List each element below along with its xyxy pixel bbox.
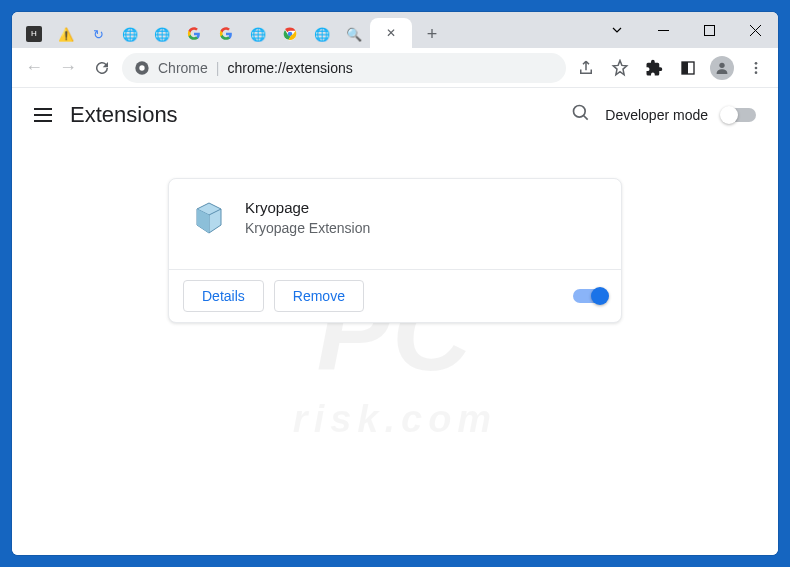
extensions-icon[interactable]	[640, 54, 668, 82]
favicon-globe-icon: 🌐	[154, 26, 170, 42]
titlebar: H ⚠️ ↻ 🌐 🌐 🌐 🌐 🔍 ✕ +	[12, 12, 778, 48]
background-tab[interactable]	[210, 20, 242, 48]
favicon-globe-icon: 🌐	[122, 26, 138, 42]
background-tab[interactable]: 🌐	[114, 20, 146, 48]
favicon-reload-icon: ↻	[90, 26, 106, 42]
background-tab[interactable]: 🌐	[146, 20, 178, 48]
favicon-google-icon	[218, 26, 234, 42]
developer-mode-toggle[interactable]	[722, 108, 756, 122]
svg-point-10	[755, 66, 758, 69]
address-bar[interactable]: Chrome | chrome://extensions	[122, 53, 566, 83]
details-button[interactable]: Details	[183, 280, 264, 312]
extension-description: Kryopage Extension	[245, 220, 370, 236]
favicon-globe-icon: 🌐	[250, 26, 266, 42]
minimize-button[interactable]	[640, 12, 686, 48]
url-divider: |	[216, 60, 220, 76]
background-tab[interactable]: 🌐	[306, 20, 338, 48]
remove-button[interactable]: Remove	[274, 280, 364, 312]
active-tab[interactable]: ✕	[370, 18, 412, 48]
background-tab[interactable]: ↻	[82, 20, 114, 48]
forward-button[interactable]: →	[54, 54, 82, 82]
url-path: chrome://extensions	[227, 60, 352, 76]
svg-point-12	[574, 106, 586, 118]
background-tab[interactable]: 🔍	[338, 20, 370, 48]
svg-rect-2	[658, 30, 669, 31]
svg-point-9	[755, 62, 758, 65]
favicon-warning-icon: ⚠️	[58, 26, 74, 42]
background-tab[interactable]: 🌐	[242, 20, 274, 48]
favicon-globe-icon: 🌐	[314, 26, 330, 42]
back-button[interactable]: ←	[20, 54, 48, 82]
chrome-logo-icon	[134, 60, 150, 76]
menu-button[interactable]	[742, 54, 770, 82]
share-icon[interactable]	[572, 54, 600, 82]
svg-point-8	[719, 62, 724, 67]
page-content: PC risk.com Extensions Developer mode	[12, 88, 778, 555]
svg-rect-7	[682, 62, 688, 74]
favicon-search-icon: 🔍	[346, 26, 362, 42]
browser-toolbar: ← → Chrome | chrome://extensions	[12, 48, 778, 88]
extensions-header: Extensions Developer mode	[12, 88, 778, 142]
svg-point-5	[139, 65, 144, 70]
search-icon[interactable]	[571, 103, 591, 127]
svg-rect-3	[704, 25, 714, 35]
window-controls	[594, 12, 778, 48]
background-tab[interactable]	[274, 20, 306, 48]
maximize-button[interactable]	[686, 12, 732, 48]
avatar-icon	[710, 56, 734, 80]
favicon-google-icon	[186, 26, 202, 42]
extension-card-footer: Details Remove	[169, 269, 621, 322]
svg-point-11	[755, 71, 758, 74]
favicon-html-icon: H	[26, 26, 42, 42]
background-tab[interactable]: H	[18, 20, 50, 48]
menu-icon[interactable]	[34, 108, 52, 122]
reload-button[interactable]	[88, 54, 116, 82]
bookmark-icon[interactable]	[606, 54, 634, 82]
watermark-sub: risk.com	[12, 398, 778, 441]
page-title: Extensions	[70, 102, 178, 128]
close-tab-icon[interactable]: ✕	[386, 26, 396, 40]
extension-icon	[189, 199, 229, 239]
background-tab[interactable]: ⚠️	[50, 20, 82, 48]
favicon-chrome-icon	[282, 26, 298, 42]
developer-mode-label: Developer mode	[605, 107, 708, 123]
extension-enable-toggle[interactable]	[573, 289, 607, 303]
tab-strip: H ⚠️ ↻ 🌐 🌐 🌐 🌐 🔍 ✕ +	[12, 12, 594, 48]
profile-button[interactable]	[708, 54, 736, 82]
close-window-button[interactable]	[732, 12, 778, 48]
background-tab[interactable]	[178, 20, 210, 48]
url-scheme-label: Chrome	[158, 60, 208, 76]
browser-window: H ⚠️ ↻ 🌐 🌐 🌐 🌐 🔍 ✕ + ← →	[12, 12, 778, 555]
reading-list-icon[interactable]	[674, 54, 702, 82]
plus-icon: +	[427, 24, 438, 45]
extension-card: Kryopage Kryopage Extension Details Remo…	[168, 178, 622, 323]
chevron-down-icon[interactable]	[594, 12, 640, 48]
new-tab-button[interactable]: +	[418, 20, 446, 48]
extension-name: Kryopage	[245, 199, 370, 216]
